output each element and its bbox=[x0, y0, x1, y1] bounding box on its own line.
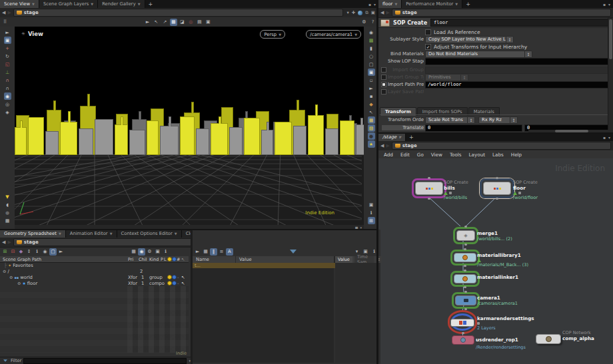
tab-animation-editor[interactable]: Animation Editor▼ bbox=[66, 230, 117, 238]
lamp-toggle[interactable] bbox=[167, 280, 172, 286]
info-icon[interactable]: ℹ bbox=[33, 248, 41, 256]
node-input-port[interactable] bbox=[464, 291, 467, 293]
display-options-gear-icon[interactable]: ⚙ bbox=[360, 19, 368, 26]
back-arrow-icon[interactable]: ◀ bbox=[380, 11, 384, 15]
display-flag-icon[interactable] bbox=[513, 192, 517, 195]
grid-view-icon[interactable]: ▦ bbox=[202, 248, 209, 256]
dropdown-spinner-icon[interactable]: ↕ bbox=[468, 116, 475, 124]
col-l[interactable]: L bbox=[164, 256, 167, 262]
col-lamp-icon[interactable] bbox=[167, 256, 172, 262]
horizontal-pane-divider-left[interactable] bbox=[0, 229, 378, 230]
rotate-order-dropdown[interactable]: Rx Ry Rz bbox=[478, 116, 510, 124]
pane-maximize-icon[interactable]: ▪ bbox=[603, 135, 606, 140]
dropdown-spinner-icon[interactable]: ↕ bbox=[506, 36, 514, 43]
node-karmarendersettings[interactable] bbox=[448, 310, 477, 334]
menu-go[interactable]: Go bbox=[417, 152, 424, 158]
col-scene-graph-path[interactable]: Scene Graph Path bbox=[3, 256, 41, 262]
menu-help[interactable]: Help bbox=[511, 152, 522, 158]
gear-icon[interactable]: ⚙ bbox=[3, 269, 6, 273]
secure-selection-icon[interactable]: ▣ bbox=[4, 37, 11, 44]
horizontal-pane-divider-right[interactable] bbox=[378, 132, 613, 134]
new-tab-button[interactable]: + bbox=[145, 0, 157, 8]
show-lop-stage-field[interactable] bbox=[425, 58, 610, 65]
add-prim-icon[interactable]: ⊞ bbox=[1, 248, 9, 256]
col-visibility-icon[interactable] bbox=[172, 256, 177, 262]
back-arrow-icon[interactable]: ◀ bbox=[2, 240, 5, 245]
parameters-scrollbar[interactable] bbox=[608, 18, 613, 133]
node-merge1[interactable]: ◈ bbox=[453, 227, 478, 244]
snap-magnet-icon[interactable]: ∩ bbox=[4, 77, 11, 84]
pin-icon[interactable]: ✚ bbox=[352, 10, 355, 15]
visibility-toggle[interactable] bbox=[172, 274, 177, 280]
flipbook-icon[interactable]: ▤ bbox=[196, 19, 203, 26]
import-path-prefix-toggle[interactable] bbox=[381, 82, 386, 87]
node-input-port[interactable] bbox=[464, 270, 466, 272]
adjust-transforms-checkbox[interactable]: ✓ bbox=[425, 44, 431, 50]
shadow-icon[interactable]: ● bbox=[4, 209, 11, 216]
row-view-icon[interactable]: ≡ bbox=[218, 248, 225, 256]
rotate-tool-icon[interactable]: ↻ bbox=[4, 53, 11, 60]
forward-arrow-icon[interactable]: ▶ bbox=[7, 11, 11, 15]
node-body[interactable] bbox=[415, 182, 443, 195]
node-body[interactable] bbox=[455, 295, 476, 305]
tree-row-root[interactable]: ⚙/ 2 bbox=[0, 268, 189, 274]
select-visible-icon[interactable]: ► bbox=[368, 85, 375, 92]
handles-icon[interactable]: ↗ bbox=[161, 19, 169, 26]
node-floor[interactable] bbox=[480, 178, 514, 198]
snap-circle-icon[interactable]: ∩ bbox=[4, 85, 11, 92]
path-dropdown-icon[interactable]: ▾ bbox=[346, 10, 348, 15]
stage-path-field[interactable]: stage bbox=[392, 142, 611, 150]
pane-maximize-icon[interactable]: ▪ bbox=[368, 2, 371, 7]
snapshot-frame-icon[interactable]: ▣ bbox=[368, 201, 375, 208]
eye-icon[interactable]: ◉ bbox=[368, 29, 375, 36]
back-arrow-icon[interactable]: ◀ bbox=[380, 144, 384, 148]
snap-grid-icon[interactable]: ▦ bbox=[170, 19, 177, 26]
pointer-cell-icon[interactable]: ↖ bbox=[181, 280, 185, 286]
node-body[interactable] bbox=[483, 182, 511, 195]
lasso-select-icon[interactable]: ▢ bbox=[49, 248, 57, 256]
select-tool-icon[interactable]: ► bbox=[4, 29, 11, 36]
bind-materials-dropdown[interactable]: Do Not Bind Materials bbox=[425, 51, 525, 58]
node-bills[interactable] bbox=[412, 178, 446, 198]
axis-tool-icon[interactable]: ⊥ bbox=[4, 69, 11, 76]
tab-geometry-spreadsheet[interactable]: Geometry Spreadsheet▼ bbox=[0, 230, 66, 238]
import-path-prefix-field[interactable]: /world/floor bbox=[425, 81, 610, 89]
render-region-icon[interactable]: ◎ bbox=[187, 19, 195, 26]
building-icon[interactable]: ▦ bbox=[130, 248, 137, 256]
node-name-field[interactable]: floor bbox=[430, 19, 611, 27]
menu-edit[interactable]: Edit bbox=[400, 152, 410, 158]
node-body[interactable] bbox=[454, 274, 476, 283]
inspect-icon[interactable]: ◉ bbox=[41, 248, 49, 256]
column-view-icon[interactable]: ‖ bbox=[210, 248, 217, 256]
dropdown-spinner-icon[interactable]: ↕ bbox=[525, 51, 532, 58]
dropdown-spinner-icon[interactable]: ↕ bbox=[461, 74, 468, 81]
lightbulb-icon[interactable]: ○ bbox=[368, 53, 375, 60]
tree-row-world[interactable]: ⚙▪▪world Xfor 1 group - ↖ bbox=[0, 274, 189, 280]
scene-3d-view[interactable]: ✳ View Persp▼ /cameras/camera1▼ Indie Ed… bbox=[15, 27, 364, 225]
translate-x-field[interactable]: 0 bbox=[425, 124, 522, 132]
tab-render-gallery[interactable]: Render Gallery▼ bbox=[98, 0, 145, 8]
col-name[interactable]: Name bbox=[196, 256, 209, 262]
display-points-icon[interactable]: ▦ bbox=[368, 116, 375, 124]
menu-tools[interactable]: Tools bbox=[450, 152, 462, 158]
pane-split-icon[interactable]: ▣ bbox=[371, 10, 375, 15]
import-group-toggle[interactable] bbox=[381, 67, 386, 73]
tree-row-floor[interactable]: ⚙★floor Xfor 1 compo - ↖ bbox=[0, 280, 189, 286]
settings-gear-icon[interactable]: ⚙ bbox=[146, 248, 153, 256]
menu-labs[interactable]: Labs bbox=[492, 152, 504, 158]
forward-arrow-icon[interactable]: ▶ bbox=[386, 11, 389, 15]
node-output-port[interactable] bbox=[464, 244, 467, 246]
node-input-port[interactable] bbox=[428, 177, 430, 179]
node-body[interactable] bbox=[536, 334, 561, 344]
persp-dropdown[interactable]: Persp▼ bbox=[260, 30, 285, 39]
node-body[interactable] bbox=[452, 335, 474, 345]
new-tab-button[interactable]: + bbox=[406, 133, 417, 141]
link-indicator-icon[interactable] bbox=[358, 11, 362, 15]
vertical-pane-divider[interactable] bbox=[376, 0, 378, 364]
col-value[interactable]: Value bbox=[239, 256, 252, 262]
col-kind[interactable]: Kind bbox=[149, 256, 159, 262]
filter-input[interactable] bbox=[23, 358, 187, 364]
sublayer-style-dropdown[interactable]: Copy SOP Layer Into New Active Layer bbox=[425, 36, 506, 43]
ghost-icon[interactable]: ◖ bbox=[4, 201, 11, 208]
node-output-port[interactable] bbox=[428, 198, 430, 200]
